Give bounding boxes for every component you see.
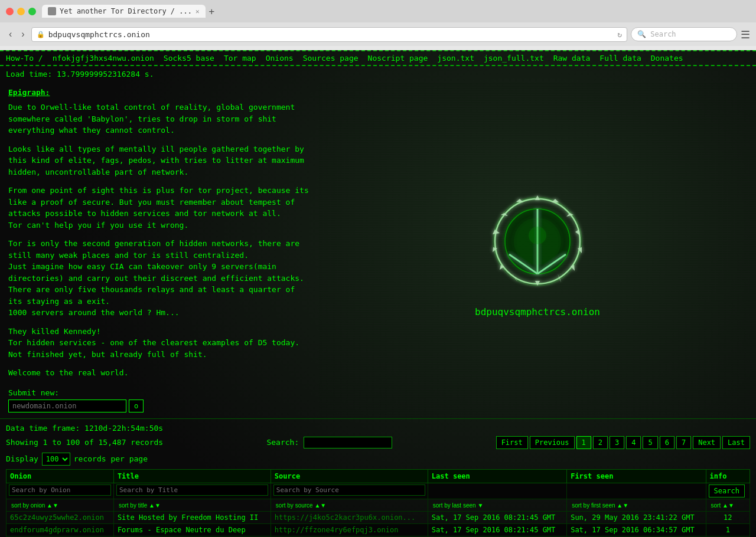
address-bar[interactable]: 🔒 bdpuqvsqmphctrcs.onion ↻ (31, 27, 627, 42)
epigraph-p3: From one point of sight this is plus for… (8, 185, 311, 231)
onion-link[interactable]: 65c2z4uwyz5wwhe2.onion (10, 513, 104, 522)
pagination: First Previous 1 2 3 4 5 6 7 Next Last (496, 436, 750, 449)
data-timeframe: Data time frame: 1210d-22h:54m:50s (6, 424, 750, 433)
page-3-button[interactable]: 3 (610, 436, 624, 449)
sort-info-button[interactable]: sort ▲▼ (710, 502, 735, 509)
nav-bar: How-To / nfokjgfj3hxs4nwu.onion Socks5 b… (0, 50, 756, 66)
browser-menu-button[interactable]: ☰ (741, 28, 750, 41)
cell-title: Forums - Espace Neutre du Deep (113, 523, 271, 536)
page-1-button[interactable]: 1 (576, 436, 591, 449)
forward-button[interactable]: › (18, 28, 27, 41)
search-row: Search: (266, 437, 392, 448)
cell-last-seen: Sat, 17 Sep 2016 08:21:45 GMT (428, 523, 566, 536)
cell-first-seen: Sun, 29 May 2016 23:41:22 GMT (567, 511, 706, 523)
filter-onion-cell (6, 483, 114, 499)
cell-source: http://ffzone4ry6efpqj3.onion (271, 523, 428, 536)
onion-col-label: Onion (10, 472, 110, 480)
next-page-button[interactable]: Next (693, 436, 721, 449)
first-page-button[interactable]: First (496, 436, 528, 449)
page-2-button[interactable]: 2 (593, 436, 608, 449)
svg-marker-2 (535, 195, 540, 200)
submit-input[interactable] (8, 400, 126, 412)
col-first-seen: First seen (567, 469, 706, 483)
nav-onions[interactable]: Onions (266, 54, 294, 63)
back-button[interactable]: ‹ (6, 28, 15, 41)
active-tab[interactable]: Yet another Tor Directory / ... ✕ (42, 5, 206, 18)
title-col-label: Title (118, 472, 267, 480)
first-seen-col-label: First seen (571, 472, 702, 480)
left-panel: Epigraph: Due to Orwell-like total contr… (0, 82, 319, 418)
sort-first-seen-cell: sort by first seen ▲▼ (567, 499, 706, 511)
sort-title-button[interactable]: sort by title ▲▼ (118, 502, 162, 509)
reload-button[interactable]: ↻ (617, 30, 622, 39)
right-panel: bdpuqvsqmphctrcs.onion (319, 82, 756, 418)
new-tab-button[interactable]: + (209, 6, 215, 17)
search-icon: 🔍 (637, 30, 646, 38)
close-tab-button[interactable]: ✕ (195, 8, 200, 15)
epigraph-p5: They killed Kennedy!Tor hidden services … (8, 326, 311, 361)
minimize-window-button[interactable] (17, 8, 25, 15)
nav-socks5[interactable]: Socks5 base (164, 54, 214, 63)
filter-search-button[interactable]: Search (709, 484, 745, 497)
nav-full-data[interactable]: Full data (599, 54, 641, 63)
nav-donates[interactable]: Donates (651, 54, 683, 63)
sort-source-cell: sort by source ▲▼ (271, 499, 428, 511)
col-title: Title (113, 469, 271, 483)
cell-last-seen: Sat, 17 Sep 2016 08:21:45 GMT (428, 511, 566, 523)
filter-title-input[interactable] (116, 484, 268, 496)
last-page-button[interactable]: Last (722, 436, 750, 449)
page-6-button[interactable]: 6 (660, 436, 674, 449)
sort-onion-button[interactable]: sort by onion ▲▼ (10, 502, 60, 509)
page-content: How-To / nfokjgfj3hxs4nwu.onion Socks5 b… (0, 50, 756, 537)
source-col-label: Source (275, 472, 424, 480)
showing-records: Showing 1 to 100 of 15,487 records (6, 438, 163, 447)
sort-last-seen-cell: sort by last seen ▼ (428, 499, 566, 511)
col-source: Source (271, 469, 428, 483)
nav-json-txt[interactable]: json.txt (437, 54, 474, 63)
nav-tormap[interactable]: Tor map (224, 54, 256, 63)
sort-first-seen-button[interactable]: sort by first seen ▲▼ (571, 502, 630, 509)
close-window-button[interactable] (6, 8, 14, 15)
traffic-lights (6, 8, 36, 15)
url-text: bdpuqvsqmphctrcs.onion (48, 30, 614, 39)
source-link[interactable]: http://ffzone4ry6efpqj3.onion (275, 526, 399, 534)
address-bar-row: ‹ › 🔒 bdpuqvsqmphctrcs.onion ↻ 🔍 Search … (0, 22, 756, 46)
records-per-page-select[interactable]: 100 50 25 10 (42, 453, 70, 466)
sort-title-cell: sort by title ▲▼ (113, 499, 271, 511)
epigraph-p1: Due to Orwell-like total control of real… (8, 101, 311, 136)
previous-page-button[interactable]: Previous (530, 436, 575, 449)
nav-json-full[interactable]: json_full.txt (484, 54, 544, 63)
display-row: Display 100 50 25 10 records per page (6, 453, 750, 466)
epigraph-text: Due to Orwell-like total control of real… (8, 101, 311, 379)
table-row: 65c2z4uwyz5wwhe2.onion Site Hosted by Fr… (6, 511, 750, 523)
nav-howto-link[interactable]: nfokjgfj3hxs4nwu.onion (53, 54, 154, 63)
search-placeholder: Search (650, 30, 676, 38)
table-section: Data time frame: 1210d-22h:54m:50s Showi… (0, 418, 756, 538)
maximize-window-button[interactable] (28, 8, 36, 15)
tab-favicon (48, 7, 56, 15)
sort-last-seen-button[interactable]: sort by last seen ▼ (432, 502, 485, 509)
nav-sources[interactable]: Sources page (303, 54, 359, 63)
svg-marker-15 (516, 199, 523, 202)
table-search-input[interactable] (304, 437, 392, 448)
browser-search-box[interactable]: 🔍 Search (631, 27, 737, 41)
page-4-button[interactable]: 4 (626, 436, 641, 449)
sort-source-button[interactable]: sort by source ▲▼ (275, 502, 327, 509)
onion-link[interactable]: endforum4gdprarw.onion (10, 526, 104, 534)
filter-onion-input[interactable] (9, 484, 111, 496)
filter-source-input[interactable] (273, 484, 425, 496)
cell-title: Site Hosted by Freedom Hosting II (113, 511, 271, 523)
svg-marker-3 (552, 199, 559, 202)
browser-chrome: Yet another Tor Directory / ... ✕ + ‹ › … (0, 0, 756, 50)
cell-onion: 65c2z4uwyz5wwhe2.onion (6, 511, 114, 523)
page-5-button[interactable]: 5 (643, 436, 657, 449)
submit-button[interactable]: o (129, 400, 144, 412)
nav-raw-data[interactable]: Raw data (553, 54, 591, 63)
filter-last-seen-cell (428, 483, 566, 499)
epigraph-p6: Welcome to the real world. (8, 367, 311, 379)
nav-noscript[interactable]: Noscript page (368, 54, 428, 63)
source-link[interactable]: https://j4ko5c2kacr3pu6x.onion... (275, 513, 415, 522)
submit-label: Submit new: (8, 388, 311, 397)
tab-bar: Yet another Tor Directory / ... ✕ + (42, 5, 750, 18)
page-7-button[interactable]: 7 (676, 436, 691, 449)
